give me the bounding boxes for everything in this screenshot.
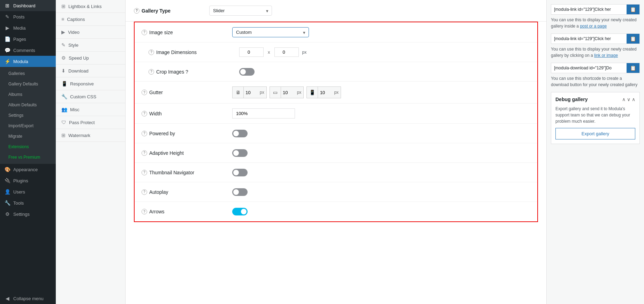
sidebar-item-album-defaults[interactable]: Album Defaults <box>0 100 56 110</box>
collapse-icon: ◀ <box>4 296 10 301</box>
thumbnail-navigator-help-icon[interactable]: ? <box>142 170 147 175</box>
post-or-page-link[interactable]: post or a page <box>580 24 607 29</box>
sidebar-label-posts: Posts <box>13 14 25 20</box>
copy-button-1[interactable]: 📋 <box>627 5 639 14</box>
sidebar-item-extensions[interactable]: Extensions <box>0 142 56 152</box>
settings-icon: ⚙ <box>4 211 10 217</box>
sub-sidebar-item-download[interactable]: ⬇ Download <box>56 64 125 77</box>
thumbnail-navigator-slider <box>232 169 248 176</box>
dashboard-icon: ⊞ <box>4 3 10 8</box>
sidebar-item-migrate[interactable]: Migrate <box>0 131 56 142</box>
crop-images-label: ? Crop Images ? <box>149 69 239 75</box>
sidebar-item-albums[interactable]: Albums <box>0 89 56 100</box>
arrows-toggle[interactable] <box>232 208 248 215</box>
crop-images-text: Crop Images ? <box>156 69 188 75</box>
image-size-select-wrapper: Custom Thumbnail Medium Large Full <box>232 27 309 37</box>
shortcode-text-1: [modula-link id="129"]Click her <box>551 5 627 14</box>
video-icon: ▶ <box>61 29 65 35</box>
width-help-icon[interactable]: ? <box>142 111 147 116</box>
powered-by-control <box>232 130 248 137</box>
sidebar-item-plugins[interactable]: 🔌 Plugins <box>0 175 56 186</box>
gutter-mobile-input[interactable] <box>318 89 332 97</box>
sidebar-item-appearance[interactable]: 🎨 Appearance <box>0 164 56 175</box>
sub-sidebar-item-custom-css[interactable]: 🔧 Custom CSS <box>56 90 125 103</box>
sub-sidebar-label-captions: Captions <box>67 17 85 22</box>
appearance-icon: 🎨 <box>4 167 10 172</box>
debug-collapse-btn[interactable]: ∧ <box>622 97 626 102</box>
sub-sidebar-item-responsive[interactable]: 📱 Responsive <box>56 77 125 90</box>
gallery-type-help-icon[interactable]: ? <box>134 8 139 14</box>
autoplay-toggle[interactable] <box>232 188 248 196</box>
image-height-input[interactable] <box>274 47 299 57</box>
adaptive-height-toggle[interactable] <box>232 149 248 157</box>
width-input[interactable] <box>232 108 295 119</box>
link-or-image-link[interactable]: link or image <box>594 53 618 58</box>
gutter-help-icon[interactable]: ? <box>142 90 147 95</box>
sidebar-item-gallery-defaults[interactable]: Gallery Defaults <box>0 79 56 89</box>
sidebar-item-media[interactable]: ▶ Media <box>0 22 56 33</box>
shortcode-box-2: [modula-link id="129"]Click her 📋 <box>551 33 640 44</box>
sidebar-label-galleries: Galleries <box>8 71 25 76</box>
copy-button-3[interactable]: 📋 <box>627 63 639 73</box>
sidebar-item-free-vs-premium[interactable]: Free vs Premium <box>0 152 56 162</box>
sub-sidebar-item-speed-up[interactable]: ⚙ Speed Up <box>56 52 125 64</box>
mobile-icon: 📱 <box>307 87 318 98</box>
shortcode-text-3: [modula-download id="129"]Do <box>551 63 627 73</box>
sidebar-item-comments[interactable]: 💬 Comments <box>0 45 56 56</box>
sidebar-item-users[interactable]: 👤 Users <box>0 186 56 197</box>
sub-sidebar-item-pass-protect[interactable]: 🛡 Pass Protect <box>56 116 125 129</box>
sidebar-item-galleries[interactable]: Galleries <box>0 68 56 79</box>
sub-sidebar-item-misc[interactable]: 👥 Misc <box>56 103 125 116</box>
image-dimensions-help-icon[interactable]: ? <box>149 50 154 55</box>
sidebar-item-tools[interactable]: 🔧 Tools <box>0 197 56 208</box>
export-gallery-button[interactable]: Export gallery <box>555 128 635 139</box>
powered-by-slider <box>232 130 248 137</box>
arrows-help-icon[interactable]: ? <box>142 209 147 214</box>
gutter-desktop-input[interactable] <box>244 89 258 97</box>
sub-sidebar-item-video[interactable]: ▶ Video <box>56 26 125 39</box>
debug-controls: ∧ ∨ ∧ <box>622 97 635 102</box>
sidebar-label-comments: Comments <box>13 48 35 53</box>
sub-sidebar-item-captions[interactable]: ≡ Captions <box>56 13 125 26</box>
sidebar-item-collapse[interactable]: ◀ Collapse menu <box>0 293 56 304</box>
sub-sidebar-item-watermark[interactable]: ⊞ Watermark <box>56 129 125 142</box>
sidebar-item-posts[interactable]: ✎ Posts <box>0 11 56 22</box>
sub-sidebar-item-style[interactable]: ✎ Style <box>56 39 125 52</box>
width-label: ? Width <box>142 111 232 116</box>
gallery-type-select[interactable]: Slider Grid Masonry Custom Grid <box>209 6 272 16</box>
powered-by-help-icon[interactable]: ? <box>142 131 147 136</box>
crop-images-help-icon[interactable]: ? <box>149 69 154 75</box>
sidebar-item-modula[interactable]: ⚡ Modula <box>0 56 56 67</box>
gutter-desktop-unit: px <box>258 90 266 95</box>
gutter-tablet-input[interactable] <box>281 89 295 97</box>
sidebar-item-settings-main[interactable]: ⚙ Settings <box>0 208 56 220</box>
debug-maximize-btn[interactable]: ∧ <box>632 97 635 102</box>
crop-images-toggle[interactable] <box>239 68 255 76</box>
image-width-input[interactable] <box>239 47 264 57</box>
main-sidebar: ⊞ Dashboard ✎ Posts ▶ Media 📄 Pages 💬 Co… <box>0 0 56 304</box>
image-dimensions-control: x px <box>239 47 306 57</box>
image-size-help-icon[interactable]: ? <box>142 30 147 35</box>
shortcode-desc-3: You can use this shortcode to create a d… <box>551 75 640 88</box>
sidebar-label-import-export: Import/Export <box>8 123 33 128</box>
gutter-mobile-unit: px <box>332 90 341 95</box>
sidebar-item-settings[interactable]: Settings <box>0 110 56 121</box>
sidebar-item-pages[interactable]: 📄 Pages <box>0 33 56 45</box>
sub-sidebar-label-style: Style <box>68 43 78 48</box>
thumbnail-navigator-toggle[interactable] <box>232 169 248 176</box>
sidebar-item-import-export[interactable]: Import/Export <box>0 121 56 131</box>
powered-by-toggle[interactable] <box>232 130 248 137</box>
gallery-type-select-wrapper: Slider Grid Masonry Custom Grid <box>209 6 272 16</box>
debug-expand-btn[interactable]: ∨ <box>627 97 630 102</box>
arrows-control <box>232 208 248 215</box>
adaptive-height-help-icon[interactable]: ? <box>142 150 147 156</box>
copy-button-2[interactable]: 📋 <box>627 34 639 44</box>
image-size-select[interactable]: Custom Thumbnail Medium Large Full <box>232 27 309 37</box>
sidebar-item-dashboard[interactable]: ⊞ Dashboard <box>0 0 56 11</box>
sidebar-label-users: Users <box>13 189 25 195</box>
image-dimensions-label: ? Image Dimensions <box>149 50 239 55</box>
sidebar-label-tools: Tools <box>13 200 24 206</box>
sub-sidebar-item-lightbox[interactable]: ⊞ Lightbox & Links <box>56 0 125 13</box>
dimension-unit: px <box>302 50 307 55</box>
autoplay-help-icon[interactable]: ? <box>142 189 147 195</box>
